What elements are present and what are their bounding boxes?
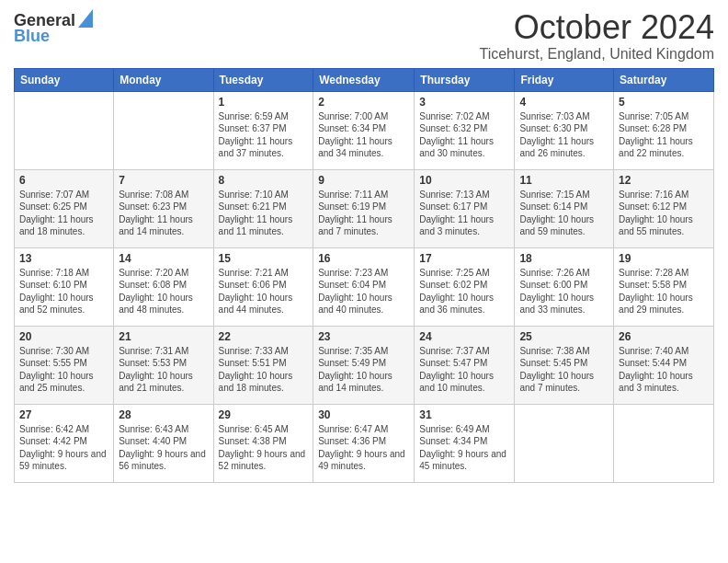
- table-row: 3Sunrise: 7:02 AM Sunset: 6:32 PM Daylig…: [415, 91, 515, 169]
- table-row: 18Sunrise: 7:26 AM Sunset: 6:00 PM Dayli…: [515, 247, 614, 326]
- day-number: 14: [119, 252, 208, 265]
- title-block: October 2024 Ticehurst, England, United …: [479, 9, 714, 63]
- table-row: 10Sunrise: 7:13 AM Sunset: 6:17 PM Dayli…: [415, 169, 515, 247]
- col-saturday: Saturday: [614, 68, 714, 91]
- day-info: Sunrise: 7:08 AM Sunset: 6:23 PM Dayligh…: [119, 189, 208, 238]
- day-number: 8: [219, 174, 309, 187]
- col-wednesday: Wednesday: [313, 68, 415, 91]
- table-row: 29Sunrise: 6:45 AM Sunset: 4:38 PM Dayli…: [213, 404, 313, 482]
- day-info: Sunrise: 7:05 AM Sunset: 6:28 PM Dayligh…: [619, 110, 709, 160]
- table-row: 23Sunrise: 7:35 AM Sunset: 5:49 PM Dayli…: [313, 326, 415, 404]
- table-row: 15Sunrise: 7:21 AM Sunset: 6:06 PM Dayli…: [213, 247, 313, 326]
- table-row: 8Sunrise: 7:10 AM Sunset: 6:21 PM Daylig…: [213, 169, 313, 247]
- table-row: [515, 404, 614, 482]
- day-number: 13: [19, 252, 108, 265]
- calendar-table: Sunday Monday Tuesday Wednesday Thursday…: [14, 68, 714, 483]
- day-info: Sunrise: 7:38 AM Sunset: 5:45 PM Dayligh…: [519, 345, 609, 395]
- table-row: 25Sunrise: 7:38 AM Sunset: 5:45 PM Dayli…: [515, 326, 614, 404]
- logo: General Blue: [14, 9, 93, 44]
- day-info: Sunrise: 7:40 AM Sunset: 5:44 PM Dayligh…: [619, 345, 709, 395]
- table-row: 17Sunrise: 7:25 AM Sunset: 6:02 PM Dayli…: [415, 247, 515, 326]
- table-row: 4Sunrise: 7:03 AM Sunset: 6:30 PM Daylig…: [515, 91, 614, 169]
- day-number: 17: [419, 252, 509, 265]
- day-number: 23: [318, 330, 409, 343]
- day-number: 11: [519, 174, 609, 187]
- day-info: Sunrise: 7:21 AM Sunset: 6:06 PM Dayligh…: [219, 267, 309, 316]
- day-number: 10: [419, 174, 509, 187]
- table-row: 21Sunrise: 7:31 AM Sunset: 5:53 PM Dayli…: [114, 326, 213, 404]
- day-number: 12: [619, 174, 709, 187]
- day-info: Sunrise: 7:15 AM Sunset: 6:14 PM Dayligh…: [519, 189, 609, 238]
- table-row: [614, 404, 714, 482]
- table-row: 16Sunrise: 7:23 AM Sunset: 6:04 PM Dayli…: [313, 247, 415, 326]
- day-number: 15: [219, 252, 309, 265]
- day-number: 9: [318, 174, 409, 187]
- table-row: 7Sunrise: 7:08 AM Sunset: 6:23 PM Daylig…: [114, 169, 213, 247]
- col-tuesday: Tuesday: [213, 68, 313, 91]
- calendar-week-row: 20Sunrise: 7:30 AM Sunset: 5:55 PM Dayli…: [15, 326, 714, 404]
- day-number: 22: [219, 330, 309, 343]
- day-number: 6: [19, 174, 108, 187]
- table-row: [15, 91, 114, 169]
- day-info: Sunrise: 7:11 AM Sunset: 6:19 PM Dayligh…: [318, 189, 409, 238]
- day-number: 24: [419, 330, 509, 343]
- day-number: 26: [619, 330, 709, 343]
- header: General Blue October 2024 Ticehurst, Eng…: [14, 9, 714, 63]
- day-info: Sunrise: 7:13 AM Sunset: 6:17 PM Dayligh…: [419, 189, 509, 238]
- table-row: 11Sunrise: 7:15 AM Sunset: 6:14 PM Dayli…: [515, 169, 614, 247]
- table-row: 27Sunrise: 6:42 AM Sunset: 4:42 PM Dayli…: [15, 404, 114, 482]
- table-row: 5Sunrise: 7:05 AM Sunset: 6:28 PM Daylig…: [614, 91, 714, 169]
- table-row: 28Sunrise: 6:43 AM Sunset: 4:40 PM Dayli…: [114, 404, 213, 482]
- day-number: 16: [318, 252, 409, 265]
- day-info: Sunrise: 7:28 AM Sunset: 5:58 PM Dayligh…: [619, 267, 709, 316]
- day-info: Sunrise: 7:23 AM Sunset: 6:04 PM Dayligh…: [318, 267, 409, 316]
- day-info: Sunrise: 7:26 AM Sunset: 6:00 PM Dayligh…: [519, 267, 609, 316]
- day-info: Sunrise: 6:42 AM Sunset: 4:42 PM Dayligh…: [19, 423, 108, 473]
- table-row: 20Sunrise: 7:30 AM Sunset: 5:55 PM Dayli…: [15, 326, 114, 404]
- day-number: 7: [119, 174, 208, 187]
- page: General Blue October 2024 Ticehurst, Eng…: [0, 0, 728, 563]
- day-info: Sunrise: 6:45 AM Sunset: 4:38 PM Dayligh…: [219, 423, 309, 473]
- day-info: Sunrise: 7:02 AM Sunset: 6:32 PM Dayligh…: [419, 110, 509, 160]
- day-info: Sunrise: 7:25 AM Sunset: 6:02 PM Dayligh…: [419, 267, 509, 316]
- day-number: 31: [419, 408, 509, 421]
- day-number: 27: [19, 408, 108, 421]
- table-row: 30Sunrise: 6:47 AM Sunset: 4:36 PM Dayli…: [313, 404, 415, 482]
- table-row: 31Sunrise: 6:49 AM Sunset: 4:34 PM Dayli…: [415, 404, 515, 482]
- logo-triangle-icon: [78, 9, 93, 28]
- day-info: Sunrise: 7:37 AM Sunset: 5:47 PM Dayligh…: [419, 345, 509, 395]
- day-info: Sunrise: 6:43 AM Sunset: 4:40 PM Dayligh…: [119, 423, 208, 473]
- table-row: 1Sunrise: 6:59 AM Sunset: 6:37 PM Daylig…: [213, 91, 313, 169]
- table-row: 13Sunrise: 7:18 AM Sunset: 6:10 PM Dayli…: [15, 247, 114, 326]
- table-row: 19Sunrise: 7:28 AM Sunset: 5:58 PM Dayli…: [614, 247, 714, 326]
- day-number: 1: [219, 96, 309, 109]
- calendar-week-row: 1Sunrise: 6:59 AM Sunset: 6:37 PM Daylig…: [15, 91, 714, 169]
- table-row: 6Sunrise: 7:07 AM Sunset: 6:25 PM Daylig…: [15, 169, 114, 247]
- table-row: 9Sunrise: 7:11 AM Sunset: 6:19 PM Daylig…: [313, 169, 415, 247]
- day-info: Sunrise: 7:31 AM Sunset: 5:53 PM Dayligh…: [119, 345, 208, 395]
- day-number: 20: [19, 330, 108, 343]
- calendar-week-row: 27Sunrise: 6:42 AM Sunset: 4:42 PM Dayli…: [15, 404, 714, 482]
- day-number: 25: [519, 330, 609, 343]
- month-title: October 2024: [479, 9, 714, 46]
- day-info: Sunrise: 7:10 AM Sunset: 6:21 PM Dayligh…: [219, 189, 309, 238]
- day-info: Sunrise: 7:33 AM Sunset: 5:51 PM Dayligh…: [219, 345, 309, 395]
- calendar-header-row: Sunday Monday Tuesday Wednesday Thursday…: [15, 68, 714, 91]
- day-info: Sunrise: 7:16 AM Sunset: 6:12 PM Dayligh…: [619, 189, 709, 238]
- table-row: 24Sunrise: 7:37 AM Sunset: 5:47 PM Dayli…: [415, 326, 515, 404]
- day-number: 30: [318, 408, 409, 421]
- day-info: Sunrise: 7:20 AM Sunset: 6:08 PM Dayligh…: [119, 267, 208, 316]
- day-number: 3: [419, 96, 509, 109]
- col-sunday: Sunday: [15, 68, 114, 91]
- day-number: 5: [619, 96, 709, 109]
- logo-blue-text: Blue: [14, 28, 50, 44]
- day-info: Sunrise: 6:59 AM Sunset: 6:37 PM Dayligh…: [219, 110, 309, 160]
- calendar-week-row: 13Sunrise: 7:18 AM Sunset: 6:10 PM Dayli…: [15, 247, 714, 326]
- calendar-week-row: 6Sunrise: 7:07 AM Sunset: 6:25 PM Daylig…: [15, 169, 714, 247]
- day-number: 29: [219, 408, 309, 421]
- location-title: Ticehurst, England, United Kingdom: [479, 46, 714, 63]
- table-row: [114, 91, 213, 169]
- day-info: Sunrise: 7:18 AM Sunset: 6:10 PM Dayligh…: [19, 267, 108, 316]
- col-monday: Monday: [114, 68, 213, 91]
- col-thursday: Thursday: [415, 68, 515, 91]
